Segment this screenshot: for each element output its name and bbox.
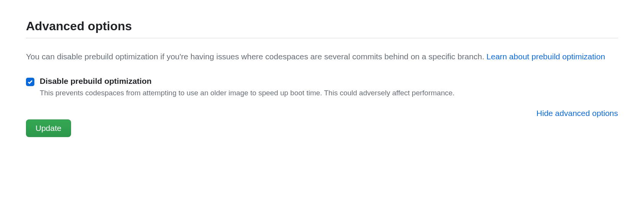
- learn-prebuild-link[interactable]: Learn about prebuild optimization: [487, 52, 605, 61]
- update-button[interactable]: Update: [26, 119, 71, 137]
- section-description: You can disable prebuild optimization if…: [26, 51, 618, 63]
- check-icon: [27, 79, 33, 85]
- disable-prebuild-checkbox[interactable]: [26, 78, 34, 86]
- description-text: You can disable prebuild optimization if…: [26, 52, 487, 61]
- disable-prebuild-label[interactable]: Disable prebuild optimization: [40, 77, 618, 86]
- disable-prebuild-row: Disable prebuild optimization This preve…: [26, 77, 618, 98]
- hide-advanced-options-link[interactable]: Hide advanced options: [536, 109, 618, 118]
- disable-prebuild-help: This prevents codespaces from attempting…: [40, 88, 618, 98]
- section-title: Advanced options: [26, 19, 618, 38]
